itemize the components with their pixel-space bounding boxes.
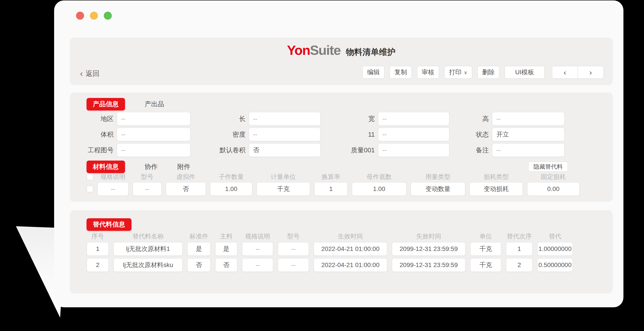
print-label: 打印 [449, 68, 462, 76]
logo-suite: Suite [310, 43, 340, 58]
back-button[interactable]: ‹ 返回 [80, 69, 100, 78]
cell-expiry-time[interactable]: 2099-12-31 23:59:59 [392, 242, 466, 256]
substitute-panel: 替代料信息 序号 替代料名称 标准件 主料 规格说明 型号 生效时间 失效时间 … [70, 210, 613, 294]
select-all-checkbox[interactable] [86, 174, 93, 180]
cell-substitute-name[interactable]: lj无批次原材料sku [113, 258, 183, 272]
field-input-region[interactable]: -- [117, 112, 190, 126]
cell-substitute-ratio[interactable]: 0.50000000 [537, 258, 573, 272]
chevron-right-icon: › [590, 68, 592, 77]
col-header-seq: 序号 [86, 233, 109, 240]
field-input-width[interactable]: -- [378, 112, 450, 126]
field-input-density[interactable]: -- [249, 128, 321, 141]
toolbar: 编辑 复制 审核 打印 ∨ 删除 UI模板 ‹ › [362, 66, 604, 79]
cell-spec[interactable]: -- [242, 242, 273, 256]
field-input-11[interactable]: -- [378, 128, 450, 141]
cell-seq[interactable]: 2 [86, 258, 109, 272]
cell-standard-part[interactable]: 是 [187, 242, 211, 256]
field-label-drawing-no: 工程图号 [70, 143, 117, 157]
field-input-status[interactable]: 开立 [492, 128, 564, 141]
col-header-substitute-ratio: 替代 [537, 233, 573, 240]
copy-label: 复制 [394, 68, 407, 76]
cell-conversion[interactable]: 1 [314, 182, 348, 196]
cell-model[interactable]: -- [278, 242, 309, 256]
col-header-substitute-order: 替代次序 [506, 233, 533, 240]
app-window: YonSuite 物料清单维护 ‹ 返回 编辑 复制 审核 打印 ∨ 删除 UI… [54, 0, 624, 307]
cell-seq[interactable]: 1 [86, 242, 109, 256]
tab-product-info[interactable]: 产品信息 [86, 98, 125, 110]
cell-child-qty[interactable]: 1.00 [210, 182, 252, 196]
edit-button[interactable]: 编辑 [362, 66, 384, 79]
cell-virtual[interactable]: 否 [166, 182, 206, 196]
field-input-volume[interactable]: -- [117, 128, 190, 141]
cell-unit[interactable]: 千克 [470, 258, 501, 272]
cell-unit[interactable]: 千克 [470, 242, 501, 256]
logo-yon: Yon [287, 43, 310, 58]
cell-spec[interactable]: -- [97, 182, 128, 196]
edit-label: 编辑 [367, 68, 380, 76]
cell-substitute-order[interactable]: 2 [506, 258, 533, 272]
cell-parent-base[interactable]: 1.00 [352, 182, 406, 196]
tab-attachment[interactable]: 附件 [177, 162, 190, 171]
col-header-unit: 单位 [470, 233, 501, 240]
product-form: 地区 -- 长 -- 宽 -- 高 -- 体积 -- 密度 -- 11 -- 状… [70, 112, 613, 159]
field-input-length[interactable]: -- [249, 112, 321, 126]
col-header-expiry-time: 失效时间 [392, 233, 466, 240]
row-checkbox[interactable] [86, 186, 93, 192]
cell-main-material[interactable]: 否 [215, 258, 238, 272]
copy-button[interactable]: 复制 [390, 66, 412, 79]
col-header-main-material: 主料 [215, 233, 238, 240]
field-label-quality001: 质量001 [321, 143, 378, 157]
cell-fixed-loss[interactable]: 0.00 [527, 182, 580, 196]
tab-collaboration[interactable]: 协作 [145, 162, 158, 171]
audit-label: 审核 [422, 68, 434, 76]
delete-button[interactable]: 删除 [477, 66, 500, 79]
field-input-quality001[interactable]: -- [378, 143, 450, 157]
cell-standard-part[interactable]: 否 [187, 258, 211, 272]
hide-substitute-button[interactable]: 隐藏替代料 [528, 162, 568, 172]
field-input-remark[interactable]: -- [492, 143, 564, 157]
cell-model[interactable]: -- [278, 258, 309, 272]
field-label-volume: 体积 [70, 128, 117, 141]
cell-effective-time[interactable]: 2022-04-21 01:00:00 [314, 258, 387, 272]
field-label-height: 高 [450, 112, 492, 126]
material-tabs: 材料信息 协作 附件 [86, 160, 190, 173]
substitute-info-badge[interactable]: 替代料信息 [86, 218, 132, 231]
cell-spec[interactable]: -- [242, 258, 273, 272]
field-label-default-volume: 默认卷积 [190, 143, 249, 157]
cell-substitute-order[interactable]: 1 [506, 242, 533, 256]
audit-button[interactable]: 审核 [417, 66, 439, 79]
cell-substitute-name[interactable]: lj无批次原材料1 [113, 242, 183, 256]
chevron-down-icon: ∨ [464, 70, 467, 76]
next-record-button[interactable]: › [578, 66, 604, 79]
close-window-button[interactable] [76, 12, 84, 20]
tab-output-item[interactable]: 产出品 [145, 100, 164, 109]
col-header-conversion: 换算率 [314, 174, 348, 180]
product-panel: 产品信息 产出品 地区 -- 长 -- 宽 -- 高 -- 体积 -- 密度 [70, 92, 613, 202]
cell-unit[interactable]: 千克 [256, 182, 310, 196]
ui-template-label: UI模板 [515, 68, 534, 76]
cell-substitute-ratio[interactable]: 1.00000000 [537, 242, 573, 256]
material-table-header: 规格说明 型号 虚拟件 子件数量 计量单位 换算率 母件底数 用量类型 损耗类型… [86, 174, 580, 180]
tab-material-info[interactable]: 材料信息 [86, 160, 125, 173]
col-header-substitute-name: 替代料名称 [113, 233, 183, 240]
cell-usage-type[interactable]: 变动数量 [410, 182, 465, 196]
cell-expiry-time[interactable]: 2099-12-31 23:59:59 [392, 258, 466, 272]
field-input-drawing-no[interactable]: -- [117, 143, 190, 157]
brand: YonSuite 物料清单维护 [70, 42, 613, 58]
cell-effective-time[interactable]: 2022-04-21 01:00:00 [314, 242, 387, 256]
minimize-window-button[interactable] [90, 12, 98, 20]
prev-record-button[interactable]: ‹ [552, 66, 578, 79]
cell-main-material[interactable]: 是 [215, 242, 238, 256]
cell-loss-type[interactable]: 变动损耗 [469, 182, 523, 196]
substitute-table-row: 2 lj无批次原材料sku 否 否 -- -- 2022-04-21 01:00… [86, 258, 573, 272]
col-header-virtual: 虚拟件 [166, 174, 206, 180]
field-label-region: 地区 [70, 112, 117, 126]
field-label-width: 宽 [321, 112, 378, 126]
form-row: 地区 -- 长 -- 宽 -- 高 -- [70, 112, 613, 126]
cell-model[interactable]: -- [132, 182, 162, 196]
ui-template-button[interactable]: UI模板 [504, 66, 545, 79]
field-input-default-volume[interactable]: 否 [249, 143, 321, 157]
field-input-height[interactable]: -- [492, 112, 564, 126]
print-button[interactable]: 打印 ∨ [444, 66, 472, 79]
zoom-window-button[interactable] [104, 12, 112, 20]
